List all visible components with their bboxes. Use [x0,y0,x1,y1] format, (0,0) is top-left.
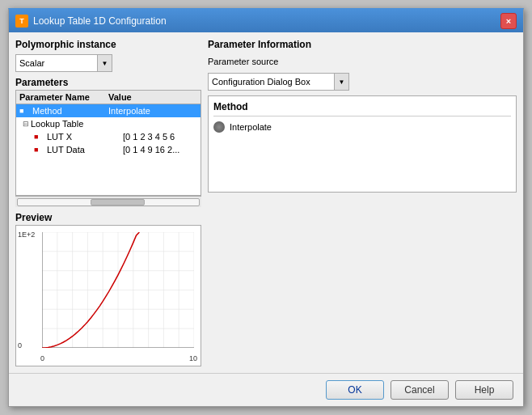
chart-inner [42,232,194,348]
h-scrollbar-area [15,196,201,207]
param-info-method-value: Interpolate [230,122,272,132]
param-info-item: Interpolate [213,121,511,133]
parameters-label: Parameters [15,77,201,88]
polymorphic-value: Scalar [16,58,97,68]
close-button[interactable]: × [500,13,517,29]
polymorphic-dropdown-arrow[interactable]: ▼ [97,55,112,71]
polymorphic-select[interactable]: Scalar ▼ [15,54,112,72]
x-max-label: 10 [189,354,197,362]
param-row-lut-x[interactable]: ■ LUT X [0 1 2 3 4 5 6 [31,130,201,143]
lut-x-name: LUT X [47,132,123,142]
scroll-thumb[interactable] [91,199,145,205]
param-info-method-label: Method [213,101,511,116]
ok-button[interactable]: OK [326,380,384,400]
param-row-lookup-table[interactable]: ⊟ Lookup Table [19,117,201,130]
right-panel: Parameter Information Parameter source C… [208,39,517,366]
dialog-title: Lookup Table 1D Configuration [33,15,167,27]
cancel-button[interactable]: Cancel [391,380,449,400]
lut-data-value: [0 1 4 9 16 2... [123,145,197,155]
interpolate-icon [213,121,225,133]
expand-icon: ⊟ [23,120,29,128]
chart-container: 1E+2 0 0 10 [15,225,201,366]
param-info-label: Parameter Information [208,39,517,50]
col-header-name: Parameter Name [19,92,108,102]
h-scrollbar[interactable] [17,198,200,206]
lut-x-icon: ■ [34,133,45,141]
method-icon: ■ [19,107,31,115]
param-source-row: Configuration Dialog Box ▼ [208,73,517,91]
lut-x-value: [0 1 2 3 4 5 6 [123,132,197,142]
title-bar-left: T Lookup Table 1D Configuration [15,15,167,28]
param-row-method[interactable]: ■ Method Interpolate [16,104,201,117]
preview-section: Preview 1E+2 0 0 10 [15,212,201,366]
x-min-label: 0 [40,354,44,362]
lookup-table-name: Lookup Table [31,119,107,129]
method-value: Interpolate [108,106,197,116]
dialog-footer: OK Cancel Help [9,373,523,406]
polymorphic-section: Polymorphic instance Scalar ▼ [15,39,201,72]
polymorphic-label: Polymorphic instance [15,39,201,50]
parameters-table: Parameter Name Value ■ Method Interpolat… [15,90,201,196]
lut-data-name: LUT Data [47,145,123,155]
left-panel: Polymorphic instance Scalar ▼ Parameters… [15,39,201,366]
chart-svg [42,232,194,348]
param-row-lut-data[interactable]: ■ LUT Data [0 1 4 9 16 2... [31,143,201,156]
y-max-label: 1E+2 [18,231,35,239]
params-header: Parameter Name Value [16,91,201,104]
param-info-section: Parameter Information Parameter source C… [208,39,517,193]
help-button[interactable]: Help [455,380,513,400]
dialog-window: T Lookup Table 1D Configuration × Polymo… [8,8,524,407]
dialog-icon: T [15,15,28,28]
col-header-value: Value [108,92,197,102]
method-name: Method [32,106,108,116]
parameters-section: Parameters Parameter Name Value ■ Method… [15,77,201,207]
lut-data-icon: ■ [34,146,45,154]
param-source-value: Configuration Dialog Box [209,77,334,87]
y-min-label: 0 [18,341,22,349]
param-info-box: Method Interpolate [208,95,517,193]
param-source-dropdown-arrow[interactable]: ▼ [334,74,348,90]
param-source-select[interactable]: Configuration Dialog Box ▼ [208,73,349,91]
preview-label: Preview [15,212,201,223]
param-source-label: Parameter source [208,57,517,66]
title-bar: T Lookup Table 1D Configuration × [9,10,523,32]
dialog-body: Polymorphic instance Scalar ▼ Parameters… [9,32,523,373]
